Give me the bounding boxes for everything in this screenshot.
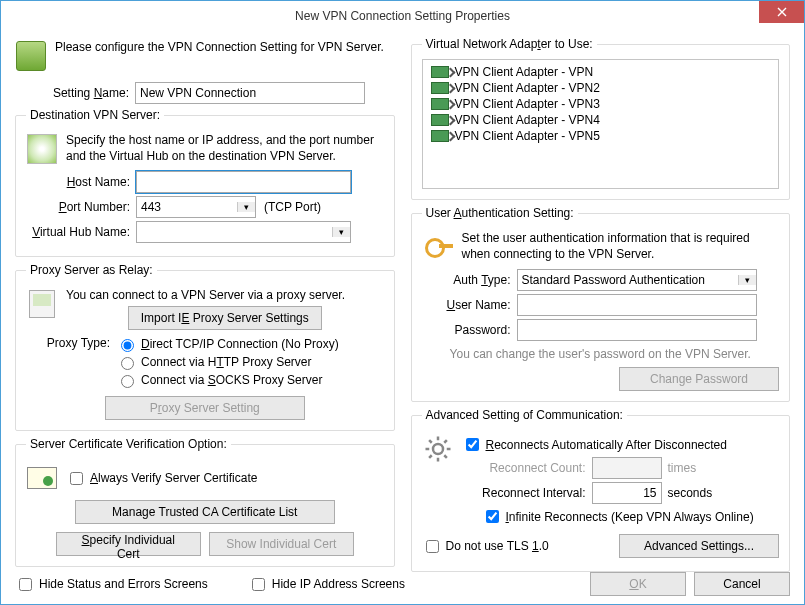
reconnect-count-suffix: times [668,461,697,475]
reconnect-interval-label: Reconnect Interval: [462,486,592,500]
reconnect-auto-checkbox[interactable] [466,438,479,451]
infinite-reconnect-label: Infinite Reconnects (Keep VPN Always Onl… [506,510,754,524]
window: New VPN Connection Setting Properties Pl… [0,0,805,605]
reconnect-count-input[interactable] [592,457,662,479]
cert-group: Server Certificate Verification Option: … [15,437,395,567]
always-verify-checkbox[interactable] [70,472,83,485]
password-label: Password: [422,323,517,337]
nic-icon [431,130,449,142]
pc-icon [26,288,58,320]
auth-type-label: Auth Type: [422,273,517,287]
nic-icon [431,82,449,94]
advanced-group: Advanced Setting of Communication: Recon… [411,408,791,572]
auth-legend: User Authentication Setting: [422,206,578,220]
advanced-settings-button[interactable]: Advanced Settings... [619,534,779,558]
chevron-down-icon: ▾ [738,275,756,285]
proxy-type-label: Proxy Type: [26,334,116,350]
certificate-icon [26,462,58,494]
adapter-legend: Virtual Network Adapter to Use: [422,37,597,51]
infinite-reconnect-checkbox[interactable] [486,510,499,523]
port-select[interactable]: 443 ▾ [136,196,256,218]
close-button[interactable] [759,1,804,23]
proxy-socks-label: Connect via SOCKS Proxy Server [141,373,322,387]
password-note: You can change the user's password on th… [422,347,780,361]
cancel-button[interactable]: Cancel [694,572,790,596]
key-icon [422,231,454,263]
nic-icon [431,114,449,126]
reconnect-auto-label: Reconnects Automatically After Disconnec… [486,438,727,452]
reconnect-count-label: Reconnect Count: [462,461,592,475]
setting-name-label: Setting Name: [15,86,135,100]
vhub-label: Virtual Hub Name: [26,225,136,239]
close-icon [777,7,787,17]
intro-text: Please configure the VPN Connection Sett… [55,40,384,54]
vhub-select[interactable]: ▾ [136,221,351,243]
window-title: New VPN Connection Setting Properties [1,9,804,23]
destination-legend: Destination VPN Server: [26,108,164,122]
ok-button[interactable]: OK [590,572,686,596]
proxy-http-radio[interactable] [121,357,134,370]
setting-name-input[interactable] [135,82,365,104]
host-input[interactable] [136,171,351,193]
proxy-http-label: Connect via HTTP Proxy Server [141,355,312,369]
app-icon [15,40,47,72]
hide-ip-checkbox[interactable] [252,578,265,591]
hide-ip-label: Hide IP Address Screens [272,577,405,591]
advanced-legend: Advanced Setting of Communication: [422,408,627,422]
password-input[interactable] [517,319,757,341]
no-tls-label: Do not use TLS 1.0 [446,539,549,553]
adapter-list[interactable]: VPN Client Adapter - VPN VPN Client Adap… [422,59,780,189]
proxy-desc: You can connect to a VPN Server via a pr… [66,288,384,302]
list-item[interactable]: VPN Client Adapter - VPN3 [427,96,775,112]
list-item[interactable]: VPN Client Adapter - VPN4 [427,112,775,128]
host-label: Host Name: [26,175,136,189]
port-label: Port Number: [26,200,136,214]
specify-cert-button[interactable]: Specify Individual Cert [56,532,201,556]
right-column: Virtual Network Adapter to Use: VPN Clie… [411,37,791,578]
left-column: Please configure the VPN Connection Sett… [15,37,395,578]
user-name-input[interactable] [517,294,757,316]
proxy-legend: Proxy Server as Relay: [26,263,157,277]
destination-desc: Specify the host name or IP address, and… [66,133,384,164]
show-cert-button[interactable]: Show Individual Cert [209,532,354,556]
cert-legend: Server Certificate Verification Option: [26,437,231,451]
proxy-socks-radio[interactable] [121,375,134,388]
proxy-group: Proxy Server as Relay: You can connect t… [15,263,395,431]
titlebar: New VPN Connection Setting Properties [1,1,804,31]
always-verify-label: Always Verify Server Certificate [90,471,257,485]
user-name-label: User Name: [422,298,517,312]
hide-status-checkbox[interactable] [19,578,32,591]
proxy-direct-label: Direct TCP/IP Connection (No Proxy) [141,337,339,351]
destination-group: Destination VPN Server: Specify the host… [15,108,395,257]
port-suffix: (TCP Port) [264,200,321,214]
list-item[interactable]: VPN Client Adapter - VPN [427,64,775,80]
chevron-down-icon: ▾ [237,202,255,212]
list-item[interactable]: VPN Client Adapter - VPN2 [427,80,775,96]
nic-icon [431,98,449,110]
footer: Hide Status and Errors Screens Hide IP A… [15,572,790,596]
reconnect-interval-suffix: seconds [668,486,713,500]
reconnect-interval-input[interactable] [592,482,662,504]
list-item[interactable]: VPN Client Adapter - VPN5 [427,128,775,144]
nic-icon [431,66,449,78]
svg-point-0 [433,444,443,454]
auth-desc: Set the user authentication information … [462,231,780,262]
no-tls-checkbox[interactable] [426,540,439,553]
proxy-server-setting-button[interactable]: Proxy Server Setting [105,396,305,420]
auth-group: User Authentication Setting: Set the use… [411,206,791,402]
auth-type-select[interactable]: Standard Password Authentication ▾ [517,269,757,291]
proxy-direct-radio[interactable] [121,339,134,352]
gear-icon [422,433,454,465]
chevron-down-icon: ▾ [332,227,350,237]
change-password-button[interactable]: Change Password [619,367,779,391]
import-proxy-button[interactable]: Import IE Proxy Server Settings [128,306,322,330]
globe-icon [26,133,58,165]
hide-status-label: Hide Status and Errors Screens [39,577,208,591]
manage-ca-button[interactable]: Manage Trusted CA Certificate List [75,500,335,524]
adapter-group: Virtual Network Adapter to Use: VPN Clie… [411,37,791,200]
